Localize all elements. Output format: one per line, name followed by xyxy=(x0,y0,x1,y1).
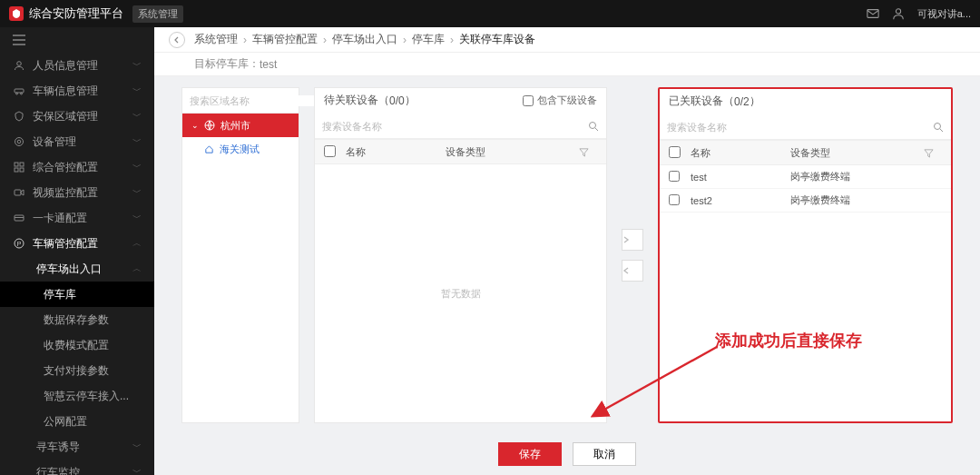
filter-icon[interactable] xyxy=(924,148,942,158)
sidebar-item-label: 一卡通配置 xyxy=(33,211,87,226)
sidebar-sub-label: 公网配置 xyxy=(44,414,87,430)
user-icon[interactable] xyxy=(892,7,905,20)
crumb-item[interactable]: 停车库 xyxy=(412,32,445,47)
sidebar-sub-data-save[interactable]: 数据保存参数 xyxy=(0,307,154,332)
sidebar-sub-smart-cloud[interactable]: 智慧云停车接入... xyxy=(0,383,154,409)
svg-rect-0 xyxy=(867,10,878,18)
chevron-down-icon: ﹀ xyxy=(132,212,142,224)
svg-point-6 xyxy=(15,138,24,146)
include-sub-input[interactable] xyxy=(523,95,534,106)
sidebar-item-person-info[interactable]: 人员信息管理 ﹀ xyxy=(0,53,154,78)
pending-title-prefix: 待关联设备（ xyxy=(324,93,389,108)
pending-table-body: 暂无数据 xyxy=(315,164,606,422)
row-checkbox[interactable] xyxy=(669,171,680,182)
cell-type: 岗亭缴费终端 xyxy=(790,170,942,183)
linked-search-input[interactable] xyxy=(667,122,933,133)
move-right-button[interactable] xyxy=(622,229,643,251)
tree-root[interactable]: ⌄ 杭州市 xyxy=(182,114,299,137)
pending-search-input[interactable] xyxy=(322,121,588,132)
linked-search[interactable] xyxy=(660,114,951,140)
chevron-down-icon: ﹀ xyxy=(132,161,142,173)
include-sub-checkbox[interactable]: 包含下级设备 xyxy=(523,94,597,107)
sidebar-item-card-config[interactable]: 一卡通配置 ﹀ xyxy=(0,205,154,231)
sidebar-item-video-config[interactable]: 视频监控配置 ﹀ xyxy=(0,180,154,205)
sidebar-sub-drive-monitor[interactable]: 行车监控 ﹀ xyxy=(0,460,154,475)
parking-icon: P xyxy=(13,237,25,250)
linked-title-suffix: ） xyxy=(750,94,760,109)
sidebar-item-label: 人员信息管理 xyxy=(33,58,98,74)
col-type: 设备类型 xyxy=(446,145,579,159)
content: 系统管理› 车辆管控配置› 停车场出入口› 停车库› 关联停车库设备 目标停车库… xyxy=(154,27,980,475)
camera-icon xyxy=(13,186,25,199)
pending-table-header: 名称 设备类型 xyxy=(315,139,606,164)
linked-devices-panel: 已关联设备（0/2） 名称 设备类型 tes xyxy=(658,87,953,423)
sidebar-toggle[interactable] xyxy=(0,27,154,53)
shield-icon xyxy=(13,110,25,123)
crumb-item[interactable]: 停车场出入口 xyxy=(332,32,397,47)
svg-point-22 xyxy=(935,123,941,129)
svg-rect-9 xyxy=(20,163,24,166)
sidebar-sub-fee-mode[interactable]: 收费模式配置 xyxy=(0,332,154,358)
back-button[interactable] xyxy=(169,32,185,48)
search-icon[interactable] xyxy=(588,121,599,132)
house-icon xyxy=(204,144,214,154)
crumb-item[interactable]: 系统管理 xyxy=(194,32,238,47)
table-row[interactable]: test2 岗亭缴费终端 xyxy=(660,189,951,213)
pending-title-suffix: ） xyxy=(405,93,416,108)
pending-search[interactable] xyxy=(315,114,606,139)
tree-child-label: 海关测试 xyxy=(220,143,260,156)
sidebar-sub-label: 收费模式配置 xyxy=(44,338,109,353)
area-tree-panel: ⌄ 杭州市 海关测试 xyxy=(181,87,299,423)
arrow-left-icon xyxy=(173,36,181,44)
sidebar-sub-label: 数据保存参数 xyxy=(44,312,109,328)
sidebar-sub-parking-io[interactable]: 停车场出入口 ︿ xyxy=(0,256,154,282)
sidebar-item-label: 安保区域管理 xyxy=(33,109,98,124)
message-icon[interactable] xyxy=(867,7,879,20)
svg-point-7 xyxy=(17,140,21,143)
row-checkbox[interactable] xyxy=(669,194,680,205)
chevron-down-icon: ﹀ xyxy=(132,59,142,72)
table-row[interactable]: test 岗亭缴费终端 xyxy=(660,165,951,189)
linked-title-prefix: 已关联设备（ xyxy=(669,94,734,109)
linked-table-body: test 岗亭缴费终端 test2 岗亭缴费终端 xyxy=(660,165,951,421)
sidebar-sub-pay-param[interactable]: 支付对接参数 xyxy=(0,358,154,383)
sidebar-sub-pub-net[interactable]: 公网配置 xyxy=(0,409,154,434)
sidebar-item-label: 综合管控配置 xyxy=(33,160,98,175)
linked-table-header: 名称 设备类型 xyxy=(660,140,951,165)
filter-icon[interactable] xyxy=(579,147,597,157)
app-title: 综合安防管理平台 xyxy=(29,5,123,22)
move-left-button[interactable] xyxy=(622,260,643,282)
sidebar-item-vehicle-config[interactable]: P 车辆管控配置 ︿ xyxy=(0,231,154,256)
crumb-item[interactable]: 车辆管控配置 xyxy=(252,32,318,47)
linked-select-all[interactable] xyxy=(669,146,681,158)
sidebar-item-label: 车辆信息管理 xyxy=(33,84,98,99)
user-name[interactable]: 可视对讲a... xyxy=(917,7,971,21)
area-search[interactable] xyxy=(182,88,299,114)
sidebar-sub-label: 行车监控 xyxy=(36,465,80,476)
svg-rect-10 xyxy=(15,168,18,172)
sidebar-sub-parklib[interactable]: 停车库 xyxy=(0,282,154,307)
save-button[interactable]: 保存 xyxy=(498,442,562,466)
cancel-button[interactable]: 取消 xyxy=(573,442,636,466)
chevron-up-icon: ︿ xyxy=(132,237,142,250)
target-row: 目标停车库： test xyxy=(154,53,980,76)
module-tag[interactable]: 系统管理 xyxy=(132,5,183,23)
sidebar-item-composite-config[interactable]: 综合管控配置 ﹀ xyxy=(0,154,154,180)
transfer-controls xyxy=(622,87,643,423)
svg-point-1 xyxy=(896,9,900,14)
target-label: 目标停车库： xyxy=(194,56,260,72)
card-icon xyxy=(13,212,25,224)
app-logo-icon xyxy=(9,6,24,21)
pending-select-all[interactable] xyxy=(324,145,336,157)
sidebar-item-security-zone[interactable]: 安保区域管理 ﹀ xyxy=(0,104,154,129)
sidebar: 人员信息管理 ﹀ 车辆信息管理 ﹀ 安保区域管理 ﹀ 设备管理 ﹀ 综合管控配置… xyxy=(0,27,154,475)
sidebar-sub-find-car[interactable]: 寻车诱导 ﹀ xyxy=(0,434,154,460)
area-search-input[interactable] xyxy=(190,95,315,106)
chevron-left-icon xyxy=(622,267,630,274)
tree-child[interactable]: 海关测试 xyxy=(182,137,299,161)
chevron-down-icon: ⌄ xyxy=(191,121,199,130)
search-icon[interactable] xyxy=(933,122,944,133)
sidebar-item-device-mgmt[interactable]: 设备管理 ﹀ xyxy=(0,129,154,154)
chevron-up-icon: ︿ xyxy=(132,262,142,275)
sidebar-item-vehicle-info[interactable]: 车辆信息管理 ﹀ xyxy=(0,78,154,104)
